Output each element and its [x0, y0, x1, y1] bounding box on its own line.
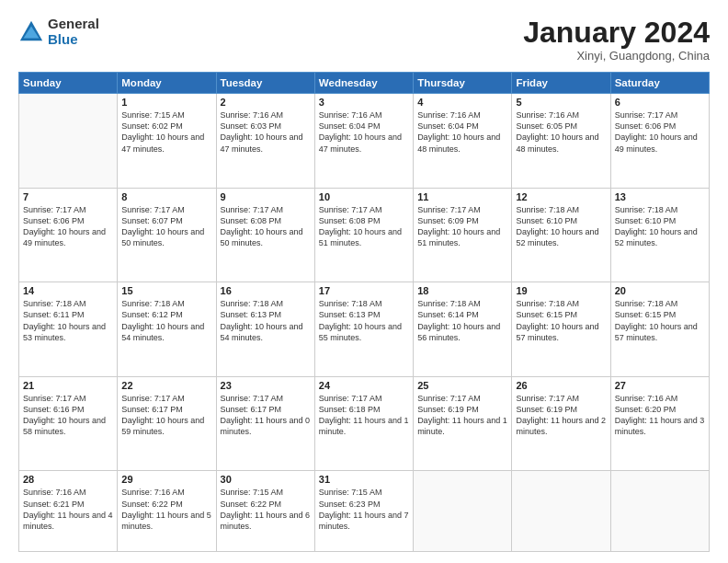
cell-info: Sunrise: 7:17 AM Sunset: 6:06 PM Dayligh…: [23, 204, 113, 249]
cell-info: Sunrise: 7:17 AM Sunset: 6:19 PM Dayligh…: [417, 393, 507, 438]
calendar-cell: 29Sunrise: 7:16 AM Sunset: 6:22 PM Dayli…: [118, 471, 216, 552]
calendar-cell: 15Sunrise: 7:18 AM Sunset: 6:12 PM Dayli…: [118, 282, 216, 377]
day-number: 27: [615, 380, 705, 391]
logo-blue: Blue: [48, 32, 99, 48]
calendar-cell: 28Sunrise: 7:16 AM Sunset: 6:21 PM Dayli…: [19, 471, 118, 552]
calendar-cell: 5Sunrise: 7:16 AM Sunset: 6:05 PM Daylig…: [512, 94, 610, 189]
cell-info: Sunrise: 7:16 AM Sunset: 6:05 PM Dayligh…: [516, 109, 606, 155]
month-title: January 2024: [523, 17, 710, 49]
calendar-cell: 25Sunrise: 7:17 AM Sunset: 6:19 PM Dayli…: [414, 376, 512, 471]
header: General Blue January 2024 Xinyi, Guangdo…: [18, 17, 710, 63]
cell-info: Sunrise: 7:16 AM Sunset: 6:20 PM Dayligh…: [615, 393, 705, 438]
day-number: 16: [221, 285, 311, 296]
calendar-cell: 12Sunrise: 7:18 AM Sunset: 6:10 PM Dayli…: [512, 188, 610, 282]
day-header-sunday: Sunday: [19, 73, 118, 94]
day-number: 10: [319, 191, 409, 202]
cell-info: Sunrise: 7:16 AM Sunset: 6:04 PM Dayligh…: [319, 109, 409, 155]
day-number: 8: [121, 191, 211, 202]
calendar-cell: 13Sunrise: 7:18 AM Sunset: 6:10 PM Dayli…: [610, 188, 709, 282]
logo-icon: [18, 19, 44, 45]
calendar-cell: [512, 471, 610, 552]
calendar-cell: 1Sunrise: 7:15 AM Sunset: 6:02 PM Daylig…: [118, 94, 216, 189]
calendar-cell: 22Sunrise: 7:17 AM Sunset: 6:17 PM Dayli…: [118, 376, 216, 471]
calendar-cell: 3Sunrise: 7:16 AM Sunset: 6:04 PM Daylig…: [314, 94, 413, 189]
day-header-monday: Monday: [118, 73, 216, 94]
cell-info: Sunrise: 7:15 AM Sunset: 6:22 PM Dayligh…: [221, 487, 311, 532]
cell-info: Sunrise: 7:17 AM Sunset: 6:18 PM Dayligh…: [319, 393, 409, 438]
day-header-wednesday: Wednesday: [314, 73, 413, 94]
calendar-cell: 10Sunrise: 7:17 AM Sunset: 6:08 PM Dayli…: [314, 188, 413, 282]
day-header-thursday: Thursday: [414, 73, 512, 94]
day-number: 21: [23, 380, 113, 391]
day-number: 14: [23, 285, 113, 296]
calendar-cell: 2Sunrise: 7:16 AM Sunset: 6:03 PM Daylig…: [216, 94, 314, 189]
day-number: 15: [121, 285, 211, 296]
calendar-cell: 8Sunrise: 7:17 AM Sunset: 6:07 PM Daylig…: [118, 188, 216, 282]
calendar-cell: 4Sunrise: 7:16 AM Sunset: 6:04 PM Daylig…: [414, 94, 512, 189]
cell-info: Sunrise: 7:18 AM Sunset: 6:15 PM Dayligh…: [516, 298, 606, 343]
cell-info: Sunrise: 7:17 AM Sunset: 6:09 PM Dayligh…: [417, 204, 507, 249]
day-header-saturday: Saturday: [610, 73, 709, 94]
day-number: 20: [615, 285, 705, 296]
day-number: 4: [417, 97, 507, 108]
calendar-cell: 9Sunrise: 7:17 AM Sunset: 6:08 PM Daylig…: [216, 188, 314, 282]
calendar-cell: 23Sunrise: 7:17 AM Sunset: 6:17 PM Dayli…: [216, 376, 314, 471]
day-number: 28: [23, 474, 113, 485]
day-number: 30: [221, 474, 311, 485]
cell-info: Sunrise: 7:16 AM Sunset: 6:21 PM Dayligh…: [23, 487, 113, 532]
cell-info: Sunrise: 7:17 AM Sunset: 6:07 PM Dayligh…: [121, 204, 211, 249]
day-number: 2: [221, 97, 311, 108]
calendar-cell: [610, 471, 709, 552]
calendar-cell: 17Sunrise: 7:18 AM Sunset: 6:13 PM Dayli…: [314, 282, 413, 377]
calendar-cell: 24Sunrise: 7:17 AM Sunset: 6:18 PM Dayli…: [314, 376, 413, 471]
day-number: 18: [417, 285, 507, 296]
calendar-cell: 31Sunrise: 7:15 AM Sunset: 6:23 PM Dayli…: [314, 471, 413, 552]
day-number: 9: [221, 191, 311, 202]
calendar-cell: 6Sunrise: 7:17 AM Sunset: 6:06 PM Daylig…: [610, 94, 709, 189]
day-number: 25: [417, 380, 507, 391]
day-number: 5: [516, 97, 606, 108]
cell-info: Sunrise: 7:16 AM Sunset: 6:03 PM Dayligh…: [221, 109, 311, 155]
cell-info: Sunrise: 7:16 AM Sunset: 6:22 PM Dayligh…: [121, 487, 211, 532]
calendar-cell: 26Sunrise: 7:17 AM Sunset: 6:19 PM Dayli…: [512, 376, 610, 471]
calendar-cell: 30Sunrise: 7:15 AM Sunset: 6:22 PM Dayli…: [216, 471, 314, 552]
day-number: 1: [121, 97, 211, 108]
cell-info: Sunrise: 7:18 AM Sunset: 6:13 PM Dayligh…: [319, 298, 409, 343]
calendar-cell: 18Sunrise: 7:18 AM Sunset: 6:14 PM Dayli…: [414, 282, 512, 377]
calendar-week-row: 28Sunrise: 7:16 AM Sunset: 6:21 PM Dayli…: [19, 471, 710, 552]
cell-info: Sunrise: 7:17 AM Sunset: 6:08 PM Dayligh…: [319, 204, 409, 249]
cell-info: Sunrise: 7:18 AM Sunset: 6:11 PM Dayligh…: [23, 298, 113, 343]
day-header-friday: Friday: [512, 73, 610, 94]
calendar-cell: 14Sunrise: 7:18 AM Sunset: 6:11 PM Dayli…: [19, 282, 118, 377]
title-section: January 2024 Xinyi, Guangdong, China: [523, 17, 710, 63]
logo-general: General: [48, 17, 99, 32]
day-number: 22: [121, 380, 211, 391]
cell-info: Sunrise: 7:18 AM Sunset: 6:14 PM Dayligh…: [417, 298, 507, 343]
calendar-cell: 19Sunrise: 7:18 AM Sunset: 6:15 PM Dayli…: [512, 282, 610, 377]
calendar-cell: 16Sunrise: 7:18 AM Sunset: 6:13 PM Dayli…: [216, 282, 314, 377]
day-number: 12: [516, 191, 606, 202]
day-number: 19: [516, 285, 606, 296]
day-number: 3: [319, 97, 409, 108]
cell-info: Sunrise: 7:16 AM Sunset: 6:04 PM Dayligh…: [417, 109, 507, 155]
cell-info: Sunrise: 7:17 AM Sunset: 6:08 PM Dayligh…: [221, 204, 311, 249]
cell-info: Sunrise: 7:18 AM Sunset: 6:10 PM Dayligh…: [516, 204, 606, 249]
logo: General Blue: [18, 17, 99, 47]
cell-info: Sunrise: 7:18 AM Sunset: 6:10 PM Dayligh…: [615, 204, 705, 249]
calendar-week-row: 7Sunrise: 7:17 AM Sunset: 6:06 PM Daylig…: [19, 188, 710, 282]
day-number: 26: [516, 380, 606, 391]
day-number: 6: [615, 97, 705, 108]
cell-info: Sunrise: 7:18 AM Sunset: 6:13 PM Dayligh…: [221, 298, 311, 343]
calendar-cell: 27Sunrise: 7:16 AM Sunset: 6:20 PM Dayli…: [610, 376, 709, 471]
cell-info: Sunrise: 7:15 AM Sunset: 6:23 PM Dayligh…: [319, 487, 409, 532]
day-number: 24: [319, 380, 409, 391]
day-number: 31: [319, 474, 409, 485]
day-number: 29: [121, 474, 211, 485]
cell-info: Sunrise: 7:18 AM Sunset: 6:12 PM Dayligh…: [121, 298, 211, 343]
cell-info: Sunrise: 7:17 AM Sunset: 6:19 PM Dayligh…: [516, 393, 606, 438]
cell-info: Sunrise: 7:15 AM Sunset: 6:02 PM Dayligh…: [121, 109, 211, 155]
logo-text: General Blue: [48, 17, 99, 47]
calendar-cell: 21Sunrise: 7:17 AM Sunset: 6:16 PM Dayli…: [19, 376, 118, 471]
cell-info: Sunrise: 7:17 AM Sunset: 6:17 PM Dayligh…: [121, 393, 211, 438]
day-number: 7: [23, 191, 113, 202]
